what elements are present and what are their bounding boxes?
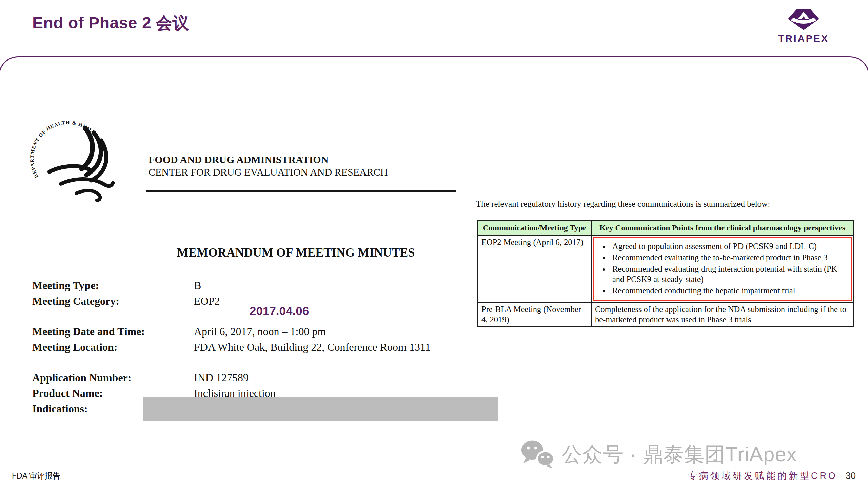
wechat-icon <box>520 438 555 471</box>
memo-title: MEMORANDUM OF MEETING MINUTES <box>142 245 449 260</box>
field-value: B <box>194 279 201 291</box>
regulatory-table: Communication/Meeting Type Key Communica… <box>477 220 854 327</box>
triapex-gem-icon <box>786 8 821 30</box>
field-meeting-location: Meeting Location:FDA White Oak, Building… <box>32 341 431 353</box>
field-value: April 6, 2017, noon – 1:00 pm <box>194 325 326 338</box>
cell-meeting-type: EOP2 Meeting (April 6, 2017) <box>478 236 591 303</box>
wechat-watermark: 公众号 · 鼎泰集团TriApex <box>520 438 797 471</box>
field-value: FDA White Oak, Building 22, Conference R… <box>194 341 431 353</box>
footer-tagline: 专病领域研发赋能的新型CRO <box>688 470 837 482</box>
cell-key-points: Agreed to population assessment of PD (P… <box>591 236 853 303</box>
field-meeting-type: Meeting Type:B <box>32 279 201 292</box>
table-row: Pre-BLA Meeting (November 4, 2019) Compl… <box>478 303 853 327</box>
regulatory-intro: The relevant regulatory history regardin… <box>476 199 859 209</box>
document-divider <box>146 190 456 192</box>
hhs-eagle-glyph <box>50 128 113 200</box>
field-value: IND 127589 <box>194 371 249 384</box>
field-meeting-category: Meeting Category:EOP2 <box>32 295 220 307</box>
field-application-number: Application Number:IND 127589 <box>32 371 249 384</box>
field-label: Meeting Category: <box>32 295 194 307</box>
table-row: EOP2 Meeting (April 6, 2017) Agreed to p… <box>478 236 853 303</box>
key-points-list: Agreed to population assessment of PD (P… <box>594 241 849 296</box>
field-label: Meeting Location: <box>32 341 194 353</box>
cell-key-points: Completeness of the application for the … <box>591 303 853 327</box>
field-meeting-datetime: Meeting Date and Time:April 6, 2017, noo… <box>32 325 326 338</box>
cell-meeting-type: Pre-BLA Meeting (November 4, 2019) <box>478 303 591 327</box>
footer-right: 专病领域研发赋能的新型CRO 30 <box>688 470 856 482</box>
header-key-points: Key Communication Points from the clinic… <box>591 220 853 236</box>
field-label: Meeting Type: <box>32 279 194 292</box>
indications-redaction-box <box>143 397 498 421</box>
date-annotation: 2017.04.06 <box>250 304 309 318</box>
page-number: 30 <box>846 471 856 481</box>
slide-canvas: End of Phase 2 会议 TRIAPEX DEPARTMENT OF … <box>0 0 868 488</box>
footer-source-label: FDA 审评报告 <box>12 471 60 481</box>
header-communication-type: Communication/Meeting Type <box>478 220 591 236</box>
highlight-red-box: Agreed to population assessment of PD (P… <box>593 237 852 301</box>
key-point: Recommended evaluating the to-be-markete… <box>610 252 849 263</box>
triapex-wordmark: TRIAPEX <box>775 33 832 44</box>
field-label: Application Number: <box>32 371 194 384</box>
key-point: Recommended conducting the hepatic impai… <box>610 286 849 296</box>
field-label: Meeting Date and Time: <box>32 325 194 338</box>
page-title: End of Phase 2 会议 <box>32 12 189 34</box>
field-value: EOP2 <box>194 295 220 307</box>
key-point: Agreed to population assessment of PD (P… <box>610 241 849 252</box>
triapex-logo: TRIAPEX <box>775 8 832 44</box>
agency-header: FOOD AND DRUG ADMINISTRATION CENTER FOR … <box>149 153 388 178</box>
hhs-seal-icon: DEPARTMENT OF HEALTH & HUMAN SERVICES·US… <box>28 108 119 211</box>
table-header-row: Communication/Meeting Type Key Communica… <box>478 220 853 236</box>
key-point: Recommended evaluating drug interaction … <box>610 264 849 285</box>
agency-line2: CENTER FOR DRUG EVALUATION AND RESEARCH <box>149 166 388 178</box>
agency-line1: FOOD AND DRUG ADMINISTRATION <box>149 153 388 166</box>
watermark-text: 公众号 · 鼎泰集团TriApex <box>561 441 797 468</box>
